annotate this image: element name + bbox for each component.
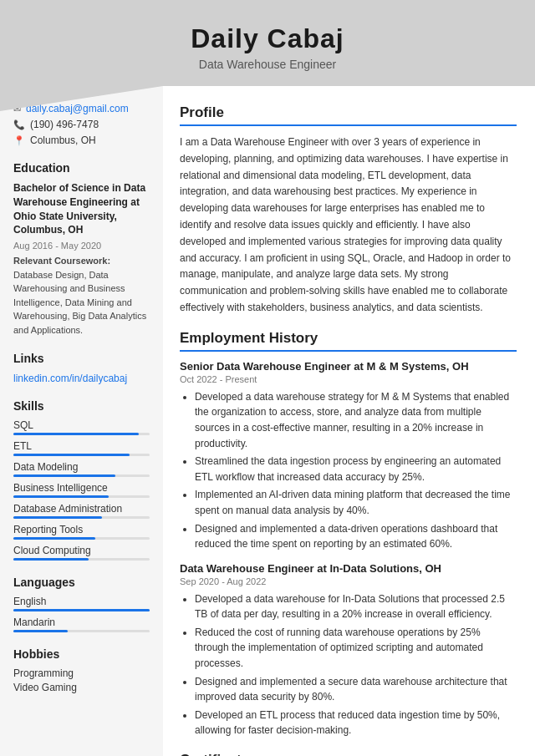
skill-name: ETL bbox=[13, 440, 150, 452]
links-section: Links linkedin.com/in/dailycabaj bbox=[13, 352, 150, 384]
skill-name: SQL bbox=[13, 419, 150, 431]
skill-bar-fill bbox=[13, 516, 102, 519]
languages-title: Languages bbox=[13, 576, 150, 589]
education-coursework: Relevant Coursework: Database Design, Da… bbox=[13, 254, 150, 337]
language-item: English bbox=[13, 596, 150, 611]
hobby-item: Video Gaming bbox=[13, 682, 150, 693]
hobbies-section: Hobbies ProgrammingVideo Gaming bbox=[13, 647, 150, 693]
job-dates: Oct 2022 - Present bbox=[180, 374, 517, 384]
skill-item: ETL bbox=[13, 440, 150, 456]
job-title: Data Warehouse Engineer at In-Data Solut… bbox=[180, 562, 517, 575]
coursework-label: Relevant Coursework: bbox=[13, 256, 110, 266]
lang-bar-fill bbox=[13, 630, 68, 632]
skill-bar-fill bbox=[13, 537, 95, 540]
jobs-list: Senior Data Warehouse Engineer at M & M … bbox=[180, 360, 517, 738]
languages-list: English Mandarin bbox=[13, 596, 150, 632]
language-name: English bbox=[13, 596, 150, 607]
job-bullet: Developed an ETL process that reduced da… bbox=[195, 708, 517, 738]
skills-title: Skills bbox=[13, 399, 150, 413]
skill-bar-bg bbox=[13, 433, 150, 435]
skill-bar-bg bbox=[13, 454, 150, 456]
job-bullet: Developed a data warehouse strategy for … bbox=[195, 389, 517, 451]
hobbies-title: Hobbies bbox=[13, 647, 150, 661]
language-name: Mandarin bbox=[13, 616, 150, 628]
skill-bar-fill bbox=[13, 454, 130, 456]
hobbies-list: ProgrammingVideo Gaming bbox=[13, 667, 150, 693]
job-entry: Data Warehouse Engineer at In-Data Solut… bbox=[180, 562, 517, 738]
job-entry: Senior Data Warehouse Engineer at M & M … bbox=[180, 360, 517, 552]
skills-section: Skills SQL ETL Data Modeling Business In… bbox=[13, 399, 150, 561]
language-item: Mandarin bbox=[13, 616, 150, 632]
profile-section-title: Profile bbox=[180, 104, 517, 126]
skill-item: Reporting Tools bbox=[13, 524, 150, 540]
job-dates: Sep 2020 - Aug 2022 bbox=[180, 576, 517, 586]
hobby-item: Programming bbox=[13, 667, 150, 679]
job-bullet: Designed and implemented a data-driven o… bbox=[195, 521, 517, 552]
job-title: Senior Data Warehouse Engineer at M & M … bbox=[180, 360, 517, 373]
education-section: Education Bachelor of Science in Data Wa… bbox=[13, 161, 150, 337]
skill-bar-bg bbox=[13, 495, 150, 498]
main-content: Profile I am a Data Warehouse Engineer w… bbox=[163, 86, 535, 756]
skill-name: Database Administration bbox=[13, 503, 150, 515]
job-bullets: Developed a data warehouse strategy for … bbox=[180, 389, 517, 552]
contact-phone: 📞 (190) 496-7478 bbox=[13, 119, 150, 130]
languages-section: Languages English Mandarin bbox=[13, 576, 150, 632]
candidate-title: Data Warehouse Engineer bbox=[17, 58, 518, 71]
skill-name: Reporting Tools bbox=[13, 524, 150, 535]
job-bullet: Implemented an AI-driven data mining pla… bbox=[195, 487, 517, 518]
skill-item: Database Administration bbox=[13, 503, 150, 519]
skill-bar-bg bbox=[13, 474, 150, 477]
skill-bar-fill bbox=[13, 433, 139, 435]
lang-bar-bg bbox=[13, 609, 150, 611]
skill-bar-bg bbox=[13, 558, 150, 561]
job-bullet: Designed and implemented a secure data w… bbox=[195, 674, 517, 705]
candidate-name: Daily Cabaj bbox=[17, 23, 518, 54]
skill-bar-bg bbox=[13, 516, 150, 519]
skill-item: Data Modeling bbox=[13, 461, 150, 477]
location-icon: 📍 bbox=[13, 135, 25, 146]
contact-location: 📍 Columbus, OH bbox=[13, 134, 150, 146]
phone-icon: 📞 bbox=[13, 119, 25, 130]
lang-bar-bg bbox=[13, 630, 150, 632]
employment-section-title: Employment History bbox=[180, 330, 517, 352]
job-bullet: Reduced the cost of running data warehou… bbox=[195, 625, 517, 672]
skill-name: Data Modeling bbox=[13, 461, 150, 473]
certificates-section-title: Certificates bbox=[180, 752, 517, 756]
body-layout: ✉ daily.cabaj@gmail.com 📞 (190) 496-7478… bbox=[0, 86, 535, 756]
skill-name: Cloud Computing bbox=[13, 545, 150, 556]
links-title: Links bbox=[13, 352, 150, 365]
skill-item: Cloud Computing bbox=[13, 545, 150, 561]
skill-bar-bg bbox=[13, 537, 150, 540]
linkedin-link[interactable]: linkedin.com/in/dailycabaj bbox=[13, 373, 127, 384]
job-bullet: Streamlined the data ingestion process b… bbox=[195, 454, 517, 485]
header-section: Daily Cabaj Data Warehouse Engineer bbox=[0, 0, 535, 86]
phone-text: (190) 496-7478 bbox=[30, 119, 99, 130]
skill-bar-fill bbox=[13, 474, 115, 477]
job-bullet: Developed a data warehouse for In-Data S… bbox=[195, 591, 517, 622]
education-dates: Aug 2016 - May 2020 bbox=[13, 241, 150, 251]
location-text: Columbus, OH bbox=[30, 134, 96, 146]
skills-list: SQL ETL Data Modeling Business Intellige… bbox=[13, 419, 150, 561]
skill-name: Business Intelligence bbox=[13, 482, 150, 494]
skill-item: Business Intelligence bbox=[13, 482, 150, 498]
profile-text: I am a Data Warehouse Engineer with over… bbox=[180, 134, 517, 317]
skill-item: SQL bbox=[13, 419, 150, 435]
skill-bar-fill bbox=[13, 558, 89, 561]
education-degree: Bachelor of Science in Data Warehouse En… bbox=[13, 181, 150, 237]
lang-bar-fill bbox=[13, 609, 150, 611]
education-title: Education bbox=[13, 161, 150, 175]
job-bullets: Developed a data warehouse for In-Data S… bbox=[180, 591, 517, 738]
skill-bar-fill bbox=[13, 495, 109, 498]
sidebar: ✉ daily.cabaj@gmail.com 📞 (190) 496-7478… bbox=[0, 86, 163, 756]
coursework-text: Database Design, Data Warehousing and Bu… bbox=[13, 270, 146, 335]
